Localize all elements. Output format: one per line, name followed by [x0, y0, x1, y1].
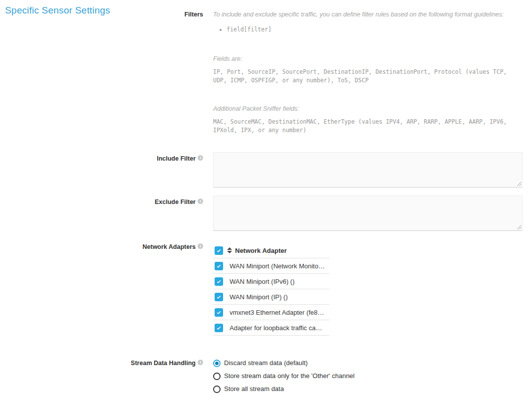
- sort-icon[interactable]: [227, 247, 232, 253]
- exclude-filter-label: Exclude Filteri: [0, 196, 203, 206]
- adapter-checkbox[interactable]: [215, 277, 223, 286]
- filters-help: To include and exclude specific traffic,…: [213, 10, 523, 135]
- info-icon[interactable]: i: [198, 243, 203, 249]
- network-adapters-label: Network Adaptersi: [0, 243, 203, 251]
- stream-data-handling-row: Stream Data Handlingi Discard stream dat…: [0, 359, 532, 393]
- exclude-filter-input[interactable]: [213, 196, 523, 231]
- adapter-checkbox[interactable]: [215, 262, 223, 270]
- stream-data-options: Discard stream data (default) Store stre…: [213, 359, 523, 393]
- include-filter-label: Include Filteri: [0, 152, 203, 163]
- select-all-checkbox[interactable]: [215, 246, 223, 255]
- adapter-table-header: Network Adapter: [213, 243, 329, 258]
- info-icon[interactable]: i: [198, 199, 203, 204]
- info-icon[interactable]: i: [198, 155, 203, 161]
- stream-data-handling-label: Stream Data Handlingi: [0, 359, 203, 367]
- fields-text: IP, Port, SourceIP, SourcePort, Destinat…: [213, 68, 523, 85]
- table-row: Adapter for loopback traffic ca…: [213, 320, 329, 336]
- radio-store-all-stream-data[interactable]: Store all stream data: [213, 385, 523, 393]
- radio-store-other-channel[interactable]: Store stream data only for the 'Other' c…: [213, 372, 523, 380]
- adapter-checkbox[interactable]: [215, 293, 223, 301]
- adapter-name: WAN Miniport (IPv6) (): [230, 278, 294, 285]
- sniffer-fields-heading: Additional Packet Sniffer fields:: [213, 105, 523, 113]
- exclude-filter-row: Exclude Filteri: [0, 196, 532, 231]
- adapter-name: vmxnet3 Ethernet Adapter (fe8…: [230, 309, 324, 316]
- radio-icon: [213, 360, 221, 367]
- include-filter-row: Include Filteri: [0, 152, 532, 188]
- network-adapters-row: Network Adaptersi Network Adapter WAN Mi…: [0, 243, 532, 336]
- table-row: WAN Miniport (IPv6) (): [213, 274, 329, 289]
- adapter-name: WAN Miniport (IP) (): [230, 293, 288, 301]
- adapter-column-header: Network Adapter: [235, 247, 287, 254]
- filters-row: Filters To include and exclude specific …: [0, 10, 532, 135]
- adapter-name: Adapter for loopback traffic ca…: [230, 324, 322, 332]
- filter-format-item: field[filter]: [227, 25, 523, 34]
- table-row: WAN Miniport (Network Monito…: [213, 258, 329, 274]
- include-filter-input[interactable]: [213, 152, 523, 188]
- info-icon[interactable]: i: [198, 360, 203, 365]
- fields-heading: Fields are:: [213, 55, 523, 63]
- network-adapter-table: Network Adapter WAN Miniport (Network Mo…: [213, 243, 329, 336]
- table-row: WAN Miniport (IP) (): [213, 289, 329, 305]
- adapter-checkbox[interactable]: [215, 324, 223, 332]
- sensor-settings-form: Filters To include and exclude specific …: [0, 0, 532, 393]
- sniffer-fields-text: MAC, SourceMAC, DestinationMAC, EtherTyp…: [213, 118, 523, 135]
- radio-discard-stream-data[interactable]: Discard stream data (default): [213, 359, 523, 367]
- radio-icon: [213, 373, 221, 380]
- filters-intro: To include and exclude specific traffic,…: [213, 10, 523, 18]
- radio-icon: [213, 386, 221, 393]
- adapter-checkbox[interactable]: [215, 308, 223, 317]
- page-title: Specific Sensor Settings: [5, 5, 110, 16]
- table-row: vmxnet3 Ethernet Adapter (fe8…: [213, 305, 329, 320]
- filter-format-list: field[filter]: [213, 25, 523, 34]
- adapter-name: WAN Miniport (Network Monito…: [230, 262, 325, 270]
